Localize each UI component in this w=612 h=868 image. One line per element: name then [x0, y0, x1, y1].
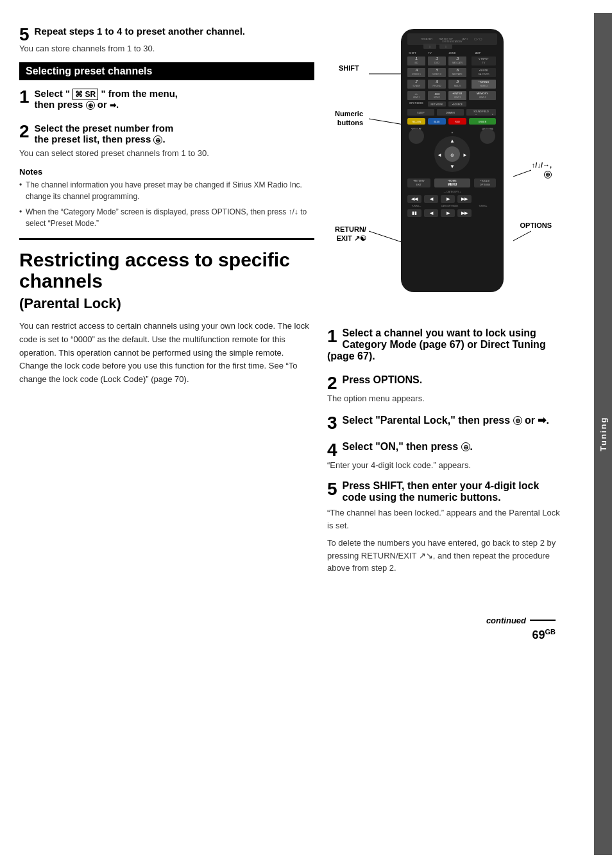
step2-select: 2 Select the preset number fromthe prese…	[19, 123, 314, 158]
right-column: SHIFT Numericbuttons RETURN/EXIT ↗☯ OPTI…	[327, 26, 565, 584]
svg-text:AMP: AMP	[475, 51, 481, 55]
enter-symbol: ⊕	[86, 101, 95, 110]
svg-point-91	[409, 128, 424, 144]
right-steps: 1 Select a channel you want to lock usin…	[327, 327, 565, 584]
left-column: 5 Repeat steps 1 to 4 to preset another …	[19, 26, 314, 584]
svg-text:HDMI 2: HDMI 2	[434, 96, 440, 99]
right-step2-number: 2	[327, 374, 337, 392]
step2-text: You can select stored preset channels fr…	[19, 148, 314, 158]
footer: continued 69GB	[19, 603, 575, 642]
svg-text:THEATER: THEATER	[421, 37, 432, 40]
svg-text:TUNING—: TUNING—	[412, 205, 421, 207]
arrow-or: ➡	[538, 415, 546, 426]
sub-heading: (Parental Lock)	[19, 295, 314, 312]
step2-heading: Select the preset number fromthe preset …	[35, 123, 314, 144]
right-step5-heading: Press SHIFT, then enter your 4-digit loc…	[327, 480, 565, 503]
svg-text:PHONO: PHONO	[433, 85, 441, 87]
svg-text:.3: .3	[456, 56, 459, 60]
svg-text:.8: .8	[436, 80, 438, 83]
enter-symbol4: ⊕	[461, 442, 470, 451]
svg-text:SYSTEM STANDBY: SYSTEM STANDBY	[442, 40, 463, 43]
right-step1: 1 Select a channel you want to lock usin…	[327, 327, 565, 365]
svg-text:►: ►	[463, 152, 468, 158]
svg-text:— CATEGORY +: — CATEGORY +	[444, 191, 461, 193]
right-step3-number: 3	[327, 414, 337, 432]
svg-text:◄: ◄	[437, 152, 442, 158]
page-number: 69GB	[532, 629, 556, 641]
svg-text:◀◀: ◀◀	[411, 196, 418, 201]
step1-select: 1 Select " ⌘ SR " from the menu,then pre…	[19, 88, 314, 114]
return-exit-label: RETURN/EXIT ↗☯	[335, 225, 366, 243]
svg-text:GREEN: GREEN	[479, 121, 487, 123]
svg-text:HDMI 3: HDMI 3	[480, 85, 488, 87]
step5-text: You can store channels from 1 to 30.	[19, 44, 314, 53]
top-section: 5 Repeat steps 1 to 4 to preset another …	[19, 26, 575, 584]
footer-right: continued 69GB	[512, 603, 556, 642]
svg-text:INPUT MODE: INPUT MODE	[409, 102, 424, 105]
svg-text:▶▶: ▶▶	[461, 211, 468, 215]
svg-text:BLUE: BLUE	[434, 121, 440, 123]
right-step4-number: 4	[327, 441, 337, 459]
right-step5: 5 Press SHIFT, then enter your 4-digit l…	[327, 480, 565, 575]
page-container: 5 Repeat steps 1 to 4 to preset another …	[0, 0, 612, 868]
svg-text:+: +	[452, 130, 454, 134]
right-step5-text1: “The channel has been locked.” appears a…	[327, 507, 565, 532]
arrow-right: ➡	[110, 101, 116, 110]
step5-heading: Repeat steps 1 to 4 to preset another ch…	[35, 26, 314, 37]
svg-text:▮▮: ▮▮	[412, 211, 417, 215]
svg-text:BD: BD	[415, 62, 418, 64]
sr-icon: ⌘ SR	[72, 89, 98, 100]
svg-text:SLEEP: SLEEP	[417, 112, 425, 114]
svg-text:RED: RED	[455, 121, 460, 123]
svg-text:TUNER: TUNER	[412, 85, 421, 87]
svg-text:YELLOW: YELLOW	[412, 121, 421, 123]
selecting-section-title: Selecting preset channels	[19, 62, 314, 80]
svg-text:CATEGORY MODE: CATEGORY MODE	[441, 205, 458, 207]
right-step4-text: “Enter your 4-digit lock code.” appears.	[327, 459, 565, 472]
right-step3-heading: Select "Parental Lock," then press ⊕ or …	[327, 414, 565, 426]
right-step2: 2 Press OPTIONS. The option menu appears…	[327, 374, 565, 405]
step1-heading: Select " ⌘ SR " from the menu,then press…	[35, 88, 314, 110]
svg-text:VIDEO 1: VIDEO 1	[412, 73, 421, 76]
svg-text:V INPUT: V INPUT	[479, 57, 489, 60]
big-heading: Restricting access to specific channels	[19, 249, 314, 291]
side-tab: Tuning	[594, 13, 612, 855]
svg-text:SAT/CATV: SAT/CATV	[452, 62, 463, 64]
svg-text:MEMORY: MEMORY	[477, 92, 488, 95]
continued-text: continued	[486, 616, 526, 625]
svg-text:.9: .9	[456, 80, 459, 83]
note-item-2: When the “Category Mode” screen is displ…	[19, 206, 314, 229]
svg-text:SA-CD/CD: SA-CD/CD	[479, 73, 489, 76]
svg-text:OPTIONS: OPTIONS	[480, 184, 490, 186]
main-content: 5 Repeat steps 1 to 4 to preset another …	[0, 13, 594, 855]
svg-text:.1: .1	[415, 56, 418, 60]
body-text: You can restrict access to certain chann…	[19, 320, 314, 386]
svg-text:.4: .4	[415, 68, 418, 72]
right-step1-number: 1	[327, 327, 337, 345]
right-step5-number: 5	[327, 480, 337, 498]
svg-text:TV: TV	[428, 51, 431, 55]
svg-text:TUNING+: TUNING+	[479, 205, 487, 207]
section-divider	[19, 238, 314, 240]
svg-text:▶▶: ▶▶	[461, 196, 468, 201]
right-step2-heading: Press OPTIONS.	[327, 374, 565, 386]
svg-text:•ENTER: •ENTER	[453, 92, 463, 95]
svg-text:DIMMER: DIMMER	[446, 112, 455, 114]
step2-number: 2	[19, 123, 30, 141]
svg-text:.7: .7	[415, 80, 418, 83]
enter-symbol3: ⊕	[513, 416, 522, 425]
svg-text:⊕: ⊕	[450, 153, 454, 157]
svg-text:▼: ▼	[450, 164, 455, 169]
svg-text:SHIFT: SHIFT	[409, 51, 416, 55]
svg-text:.6: .6	[456, 68, 459, 72]
svg-text:EXIT: EXIT	[416, 184, 422, 186]
svg-text:VIDEO 2: VIDEO 2	[432, 73, 441, 76]
right-step5-text2: To delete the numbers you have entered, …	[327, 537, 565, 575]
continued-line: continued	[512, 616, 556, 625]
svg-text:MD/TAPE: MD/TAPE	[452, 73, 463, 76]
svg-text:DVD: DVD	[434, 62, 439, 64]
notes-heading: Notes	[19, 167, 314, 177]
notes-section: Notes The channel information you have p…	[19, 167, 314, 229]
svg-text:NET-WORK: NET-WORK	[431, 103, 444, 106]
remote-svg: THEATER RM SET UP AVI / ◯ / ◯ □ □ SYSTEM…	[369, 26, 536, 295]
